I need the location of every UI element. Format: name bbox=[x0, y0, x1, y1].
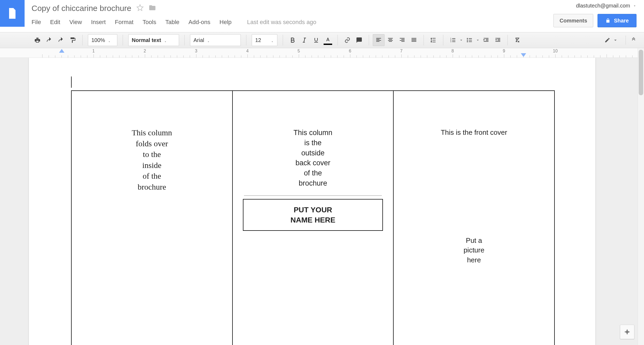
collapse-toolbar-button[interactable] bbox=[631, 37, 637, 44]
vertical-scrollbar[interactable] bbox=[638, 48, 644, 345]
scrollbar-thumb[interactable] bbox=[639, 50, 643, 95]
font-size-select[interactable]: 12 bbox=[252, 34, 277, 46]
brochure-col-1[interactable]: This columnfolds overto theinsideof theb… bbox=[72, 91, 233, 345]
align-right-button[interactable] bbox=[396, 34, 408, 46]
pencil-icon bbox=[604, 37, 610, 43]
brochure-table[interactable]: This columnfolds overto theinsideof theb… bbox=[71, 90, 555, 345]
share-button[interactable]: Share bbox=[598, 14, 637, 27]
menu-table[interactable]: Table bbox=[165, 19, 180, 26]
text-cursor bbox=[71, 76, 72, 88]
ruler-number: 7 bbox=[400, 49, 403, 53]
menu-insert[interactable]: Insert bbox=[91, 19, 106, 26]
doc-icon bbox=[6, 7, 19, 20]
paragraph-style-select[interactable]: Normal text bbox=[128, 34, 179, 46]
text-color-button[interactable] bbox=[322, 34, 334, 46]
document-page[interactable]: This columnfolds overto theinsideof theb… bbox=[29, 58, 595, 345]
folder-icon[interactable] bbox=[149, 4, 156, 13]
divider bbox=[244, 195, 382, 196]
horizontal-ruler[interactable]: 12345678910 bbox=[0, 48, 638, 58]
comments-button[interactable]: Comments bbox=[553, 14, 593, 27]
caret-down-icon[interactable] bbox=[459, 37, 464, 43]
font-size-value: 12 bbox=[255, 37, 261, 43]
name-box[interactable]: PUT YOURNAME HERE bbox=[243, 199, 383, 231]
bulleted-list-button[interactable] bbox=[464, 34, 475, 46]
menu-bar: File Edit View Insert Format Tools Table… bbox=[32, 19, 316, 26]
explore-button[interactable] bbox=[620, 325, 634, 339]
align-center-button[interactable] bbox=[385, 34, 396, 46]
undo-button[interactable] bbox=[43, 34, 55, 46]
header-bar: Copy of chiccarine brochure File Edit Vi… bbox=[0, 0, 644, 32]
paint-format-button[interactable] bbox=[67, 34, 79, 46]
brochure-col-2[interactable]: This columnis theoutsideback coverof the… bbox=[233, 91, 394, 345]
zoom-value: 100% bbox=[91, 37, 105, 43]
svg-text:3: 3 bbox=[450, 41, 451, 43]
increase-indent-button[interactable] bbox=[492, 34, 504, 46]
account-switcher[interactable]: dlastutech@gmail.com bbox=[576, 3, 637, 9]
ruler-number: 9 bbox=[503, 49, 505, 53]
insert-link-button[interactable] bbox=[342, 34, 353, 46]
svg-point-4 bbox=[467, 40, 468, 41]
ruler-number: 5 bbox=[298, 49, 300, 53]
docs-app-icon[interactable] bbox=[0, 0, 25, 27]
account-email: dlastutech@gmail.com bbox=[576, 3, 630, 9]
col3-heading[interactable]: This is the front cover bbox=[403, 128, 545, 137]
align-justify-button[interactable] bbox=[408, 34, 420, 46]
line-spacing-button[interactable] bbox=[428, 34, 439, 46]
toolbar: 100% Normal text Arial 12 bbox=[0, 32, 644, 48]
editing-mode-button[interactable] bbox=[602, 36, 621, 44]
menu-edit[interactable]: Edit bbox=[50, 19, 60, 26]
explore-icon bbox=[624, 328, 631, 335]
ruler-number: 6 bbox=[349, 49, 351, 53]
ruler-number: 8 bbox=[452, 49, 454, 53]
menu-help[interactable]: Help bbox=[219, 19, 231, 26]
print-button[interactable] bbox=[32, 34, 43, 46]
ruler-number: 10 bbox=[553, 49, 558, 53]
caret-down-icon bbox=[108, 40, 111, 43]
zoom-select[interactable]: 100% bbox=[88, 34, 117, 46]
share-label: Share bbox=[614, 18, 629, 24]
menu-format[interactable]: Format bbox=[115, 19, 134, 26]
decrease-indent-button[interactable] bbox=[480, 34, 492, 46]
ruler-number: 2 bbox=[144, 49, 146, 53]
svg-point-3 bbox=[467, 38, 468, 39]
redo-button[interactable] bbox=[55, 34, 67, 46]
right-indent-marker[interactable] bbox=[521, 53, 526, 57]
col1-text[interactable]: This columnfolds overto theinsideof theb… bbox=[95, 127, 208, 192]
menu-tools[interactable]: Tools bbox=[142, 19, 156, 26]
caret-down-icon bbox=[207, 40, 210, 43]
ruler-number: 3 bbox=[195, 49, 197, 53]
col3-picture-text[interactable]: Put apicturehere bbox=[403, 236, 545, 265]
ruler-number: 4 bbox=[246, 49, 249, 53]
paragraph-style-value: Normal text bbox=[132, 37, 161, 43]
font-family-value: Arial bbox=[193, 37, 204, 43]
caret-down-icon bbox=[612, 37, 618, 43]
star-icon[interactable] bbox=[136, 4, 144, 13]
caret-down-icon[interactable] bbox=[475, 37, 480, 43]
ruler-number: 1 bbox=[92, 49, 95, 53]
caret-down-icon bbox=[164, 40, 167, 43]
menu-file[interactable]: File bbox=[32, 19, 41, 26]
caret-down-icon bbox=[633, 4, 637, 8]
align-left-button[interactable] bbox=[373, 34, 385, 46]
document-viewport: This columnfolds overto theinsideof theb… bbox=[0, 58, 638, 345]
lock-icon bbox=[605, 18, 611, 23]
svg-point-5 bbox=[467, 41, 468, 42]
comments-label: Comments bbox=[560, 18, 587, 24]
document-title[interactable]: Copy of chiccarine brochure bbox=[32, 4, 131, 13]
col2-text[interactable]: This columnis theoutsideback coverof the… bbox=[263, 128, 362, 189]
bold-button[interactable] bbox=[287, 34, 298, 46]
numbered-list-button[interactable]: 123 bbox=[447, 34, 459, 46]
left-indent-marker[interactable] bbox=[59, 49, 64, 53]
underline-button[interactable] bbox=[310, 34, 322, 46]
brochure-col-3[interactable]: This is the front cover Put apicturehere bbox=[394, 91, 554, 345]
add-comment-button[interactable] bbox=[353, 34, 365, 46]
menu-addons[interactable]: Add-ons bbox=[188, 19, 210, 26]
clear-formatting-button[interactable] bbox=[511, 34, 523, 46]
italic-button[interactable] bbox=[298, 34, 310, 46]
last-edit-label[interactable]: Last edit was seconds ago bbox=[247, 19, 316, 26]
font-family-select[interactable]: Arial bbox=[190, 34, 241, 46]
caret-down-icon bbox=[271, 40, 274, 43]
menu-view[interactable]: View bbox=[69, 19, 82, 26]
